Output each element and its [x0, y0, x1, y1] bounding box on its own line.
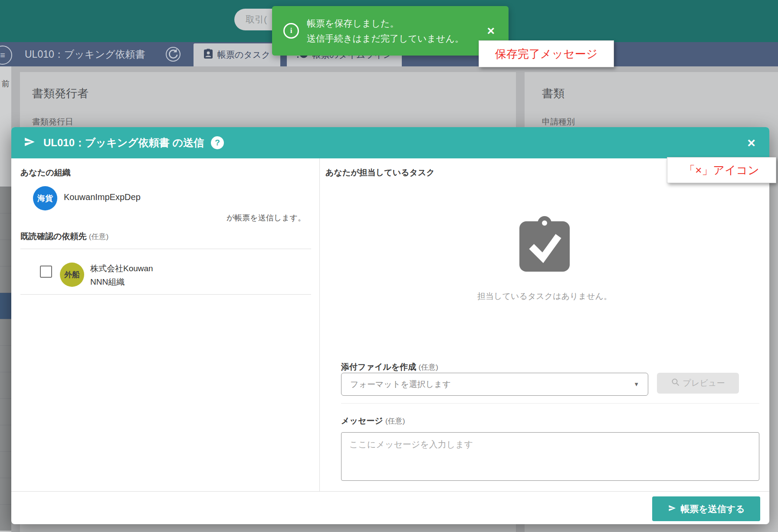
sidebar-row[interactable]: [0, 266, 11, 292]
menu-icon[interactable]: ≡: [0, 46, 12, 65]
annotation-close-icon: 「×」アイコン: [667, 157, 776, 183]
org-avatar: 海貨: [33, 186, 57, 210]
sidebar-row[interactable]: [0, 478, 11, 504]
recipient-checkbox[interactable]: [40, 266, 52, 278]
issue-date-label: 書類発行日: [32, 116, 73, 128]
magnifier-icon: [671, 378, 680, 389]
read-confirm-label: 既読確認の依頼先 (任意): [20, 231, 108, 242]
sidebar-row[interactable]: [0, 372, 11, 398]
modal-title: UL010：ブッキング依頼書 の送信: [43, 136, 204, 150]
help-icon[interactable]: ?: [211, 136, 224, 149]
divider: [20, 249, 311, 249]
sidebar-row[interactable]: [0, 240, 11, 266]
sidebar-row[interactable]: [0, 213, 11, 240]
submit-form-label: 帳票を送信する: [680, 503, 745, 515]
preview-button[interactable]: プレビュー: [657, 373, 739, 394]
divider: [341, 403, 759, 404]
divider: [20, 294, 311, 295]
message-label: メッセージ (任意): [341, 415, 405, 427]
sidebar-partial-text: 前: [2, 79, 10, 89]
optional-label: (任意): [419, 363, 438, 371]
send-note: が帳票を送信します。: [227, 213, 305, 223]
modal-body: あなたの組織 海貨 KouwanImpExpDep が帳票を送信します。 既読確…: [11, 158, 769, 491]
toast-close-icon[interactable]: ×: [484, 24, 497, 38]
send-icon: [667, 504, 677, 514]
message-textarea[interactable]: [341, 432, 759, 481]
preview-button-label: プレビュー: [683, 378, 725, 389]
send-form-modal: UL010：ブッキング依頼書 の送信 ? × あなたの組織 海貨 KouwanI…: [11, 127, 769, 524]
refresh-icon[interactable]: [165, 46, 181, 62]
no-tasks-message: 担当しているタスクはありません。: [477, 291, 612, 302]
sidebar-row[interactable]: [0, 504, 11, 531]
clipboard-check-icon: [519, 213, 571, 274]
sidebar-row[interactable]: [0, 398, 11, 425]
recipient-org: NNN組織: [90, 276, 125, 288]
sidebar-row[interactable]: [0, 345, 11, 372]
annotation-save-message: 保存完了メッセージ: [479, 40, 614, 67]
optional-label: (任意): [385, 417, 405, 425]
issuer-card-title: 書類発行者: [32, 86, 89, 101]
submit-form-button[interactable]: 帳票を送信する: [652, 496, 760, 521]
document-card-title: 書類: [542, 86, 565, 101]
send-icon: [23, 136, 36, 149]
your-org-label: あなたの組織: [20, 167, 71, 178]
format-select[interactable]: フォーマットを選択します ▼: [341, 373, 648, 396]
form-tasks-label: 帳票のタスク: [217, 49, 270, 61]
modal-header: UL010：ブッキング依頼書 の送信 ? ×: [11, 127, 769, 158]
sidebar-row-selected[interactable]: [0, 292, 11, 319]
form-tasks-icon: [204, 49, 213, 61]
sidebar-row[interactable]: [0, 319, 11, 345]
chevron-down-icon: ▼: [634, 381, 639, 388]
sidebar-row[interactable]: [0, 425, 11, 451]
toast-line1: 帳票を保存しました。: [307, 17, 464, 30]
form-tasks-button[interactable]: 帳票のタスク: [194, 43, 280, 66]
sidebar-row[interactable]: [0, 451, 11, 478]
recipient-company: 株式会社Kouwan: [90, 263, 153, 274]
modal-close-icon[interactable]: ×: [745, 135, 758, 150]
info-icon: i: [283, 23, 299, 39]
modal-footer: 帳票を送信する: [11, 491, 769, 524]
format-select-placeholder: フォーマットを選択します: [350, 379, 451, 390]
toast-message: 帳票を保存しました。 送信手続きはまだ完了していません。: [307, 17, 464, 45]
transaction-button-label: 取引(: [246, 13, 267, 26]
your-tasks-label: あなたが担当しているタスク: [325, 167, 435, 178]
save-toast: i 帳票を保存しました。 送信手続きはまだ完了していません。 ×: [272, 6, 509, 56]
sidebar-row[interactable]: [0, 187, 11, 213]
org-name: KouwanImpExpDep: [64, 192, 141, 202]
application-type-label: 申請種別: [542, 116, 575, 128]
optional-label: (任意): [89, 233, 108, 241]
attachment-label: 添付ファイルを作成 (任意): [341, 361, 438, 373]
sidebar-rows: [0, 187, 11, 531]
modal-left-pane: あなたの組織 海貨 KouwanImpExpDep が帳票を送信します。 既読確…: [11, 158, 320, 491]
recipient-avatar: 外船: [60, 263, 84, 287]
toast-line2: 送信手続きはまだ完了していません。: [307, 33, 464, 45]
screen: 取引( ≡ UL010：ブッキング依頼書 帳票のタスク: [0, 0, 778, 532]
empty-tasks-state: 担当しているタスクはありません。: [320, 213, 769, 302]
sidebar-strip: 前: [0, 66, 11, 532]
modal-right-pane: あなたが担当しているタスク 担当しているタスクはありません。 添付ファイルを作成: [320, 158, 769, 491]
document-title: UL010：ブッキング依頼書: [25, 42, 145, 66]
